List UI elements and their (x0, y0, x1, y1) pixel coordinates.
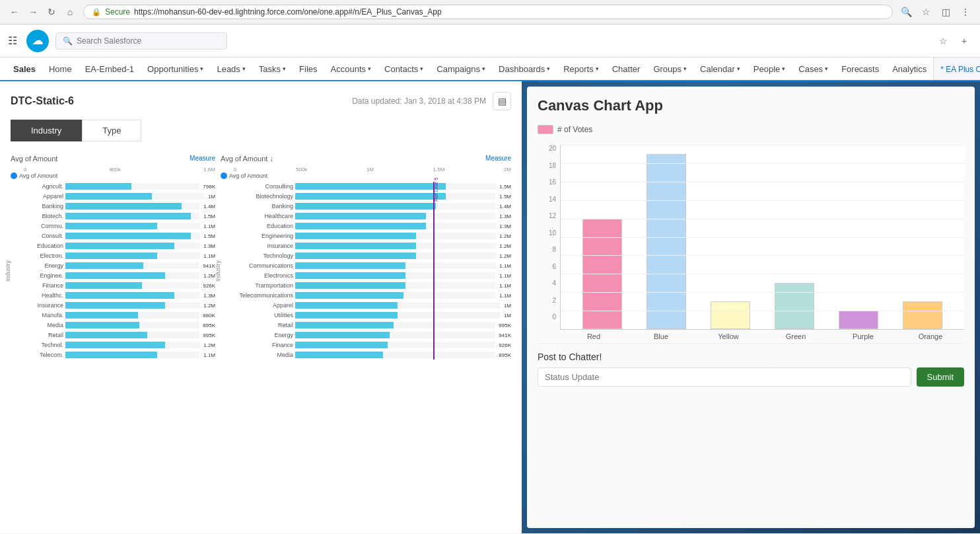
bar-value: 1.5M (203, 233, 215, 239)
bar-row: Energy941K (234, 330, 511, 340)
bar-fill (295, 352, 383, 358)
browser-nav-buttons: ← → ↻ ⌂ (7, 4, 78, 20)
salesforce-logo: ☁ (26, 30, 49, 52)
chart-settings-button[interactable]: ▤ (493, 92, 511, 110)
chart2-y-axis-label: Industry (215, 260, 221, 281)
bar-fill (295, 312, 398, 319)
search-input[interactable] (77, 36, 220, 46)
bar-value: 926K (499, 342, 511, 348)
chart1-wrap: Industry Agricult.798KApparel1MBanking1.… (11, 182, 215, 360)
bar-track (295, 292, 496, 299)
nav-item-tasks[interactable]: Tasks ▾ (252, 57, 293, 81)
bar-label: Insurance (234, 243, 293, 249)
bar-fill (65, 322, 139, 328)
bar-label: Finance (24, 282, 63, 289)
nav-item-groups[interactable]: Groups ▾ (647, 57, 693, 81)
panel-header-right: Data updated: Jan 3, 2018 at 4:38 PM ▤ (352, 92, 511, 110)
bar-value: 1.2M (499, 253, 511, 259)
bar-fill (295, 282, 405, 289)
x-label: Red (560, 332, 627, 340)
bar-track (65, 233, 200, 239)
nav-item-people[interactable]: People ▾ (747, 57, 792, 81)
chart2-measure-link[interactable]: Measure (485, 155, 511, 162)
bar-value: 1.3M (203, 293, 215, 299)
chart2-wrap: Industry Ref Line 5 Consulting1.5MBiotec… (221, 182, 511, 360)
status-update-input[interactable] (538, 367, 911, 387)
nav-item-home[interactable]: Home (42, 57, 79, 81)
nav-item-opportunities[interactable]: Opportunities ▾ (141, 57, 210, 81)
address-bar[interactable]: 🔒 Secure https://mohansun-60-dev-ed.ligh… (83, 5, 893, 19)
bar-track (65, 272, 200, 279)
chart1-bar-chart: Agricult.798KApparel1MBanking1.4MBiotech… (24, 182, 215, 360)
chatter-title: Post to Chatter! (538, 352, 964, 362)
bar-value: 1.5M (203, 213, 215, 219)
submit-button[interactable]: Submit (917, 367, 964, 387)
bar-track (65, 302, 200, 309)
add-tab-button[interactable]: + (956, 33, 972, 49)
nav-item-cases[interactable]: Cases ▾ (792, 57, 835, 81)
bar-label: Finance (234, 342, 293, 348)
charts-row: Avg of Amount Measure 0 800k 1.6M Avg of… (11, 155, 511, 360)
secure-label: Secure (105, 7, 130, 17)
canvas-chart-grid (560, 145, 964, 330)
bar-track (65, 262, 199, 269)
home-button[interactable]: ⌂ (62, 4, 78, 20)
bar-label: Insurance (24, 302, 63, 309)
bar-label: Electronics (234, 272, 293, 279)
bar-label: Technol. (24, 342, 63, 348)
tab-type[interactable]: Type (82, 120, 141, 141)
nav-item-calendar[interactable]: Calendar ▾ (693, 57, 747, 81)
nav-item-files[interactable]: Files (293, 57, 324, 81)
nav-item-chatter[interactable]: Chatter (606, 57, 647, 81)
bar-label: Media (24, 322, 63, 328)
nav-item-contacts[interactable]: Contacts ▾ (378, 57, 430, 81)
chart-legend: # of Votes (538, 125, 964, 134)
bar-value: 1.1M (499, 293, 511, 299)
star-button[interactable]: ☆ (935, 33, 951, 49)
chart1-measure-link[interactable]: Measure (190, 155, 215, 162)
bar-row: Insurance1.2M (24, 301, 215, 310)
nav-item-campaigns[interactable]: Campaigns ▾ (430, 57, 492, 81)
reload-button[interactable]: ↻ (44, 4, 59, 20)
nav-item-accounts[interactable]: Accounts ▾ (324, 57, 378, 81)
bookmark-button[interactable]: ☆ (918, 4, 934, 20)
bar-fill (65, 203, 182, 210)
canvas-title: Canvas Chart App (538, 97, 964, 114)
bar-label: Media (234, 352, 293, 358)
app-grid-icon[interactable]: ☷ (8, 34, 17, 47)
menu-button[interactable]: ⋮ (958, 4, 973, 20)
forward-button[interactable]: → (25, 4, 41, 20)
bar-track (295, 252, 496, 259)
nav-item-reports[interactable]: Reports ▾ (557, 57, 606, 81)
bar-track (295, 352, 495, 358)
bar-track (295, 262, 496, 269)
back-button[interactable]: ← (7, 4, 22, 20)
bar-label: Retail (234, 322, 293, 328)
nav-item-sales[interactable]: Sales (7, 57, 42, 81)
bar-fill (295, 332, 390, 338)
bar-track (295, 322, 495, 328)
bar-value: 1.1M (499, 273, 511, 279)
bar-value: 798K (203, 184, 215, 190)
bar-label: Consult. (24, 233, 63, 239)
bar-label: Healthc. (24, 292, 63, 299)
nav-item-leads[interactable]: Leads ▾ (210, 57, 252, 81)
global-search[interactable]: 🔍 (55, 32, 227, 50)
tab-industry[interactable]: Industry (11, 120, 82, 141)
bar-row: Technol.1.2M (24, 340, 215, 350)
bar-row: Apparel1M (24, 192, 215, 201)
bar-label: Energy (24, 262, 63, 269)
bar-row: Education1.3M (234, 221, 511, 231)
nav-item-dashboards[interactable]: Dashboards ▾ (492, 57, 557, 81)
nav-item-analytics[interactable]: Analytics (886, 57, 933, 81)
x-label: Purple (829, 332, 897, 340)
extensions-button[interactable]: ◫ (938, 4, 954, 20)
bar-label: Agricult. (24, 183, 63, 190)
search-button[interactable]: 🔍 (898, 4, 914, 20)
nav-item-ea-embed[interactable]: EA-Embed-1 (79, 57, 141, 81)
search-icon: 🔍 (63, 36, 73, 46)
tab-buttons: Industry Type (11, 120, 511, 141)
active-tab[interactable]: * EA Plus Canvas App ▾ ✕ (933, 57, 980, 81)
nav-item-forecasts[interactable]: Forecasts (835, 57, 886, 81)
bar-track (295, 233, 496, 239)
